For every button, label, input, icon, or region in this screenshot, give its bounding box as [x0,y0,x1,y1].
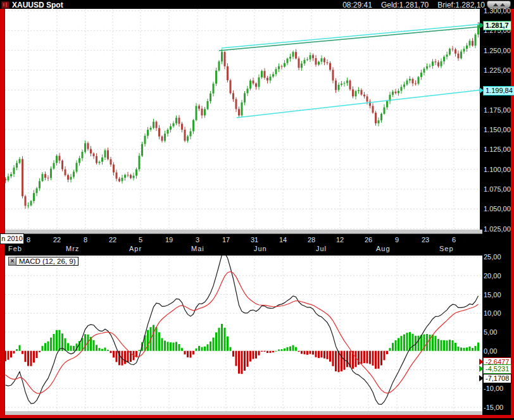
day-tick-label: 12 [333,236,347,244]
day-tick-label: 8 [78,236,92,244]
macd-tick-label: 15,00 [484,291,513,299]
arrow-right-icon [479,366,484,372]
macd-tick-label: -10,00 [484,385,513,392]
macd-tick-label: 10,00 [484,309,513,317]
price-tick-label: 1.075,00 [484,185,513,193]
window-border-left [0,8,4,416]
day-tick-label: 22 [106,236,120,244]
day-tick-label: 23 [418,236,432,244]
window-border-bottom [0,415,514,418]
month-tick-label: Mai [191,245,204,252]
day-tick-label: 22 [50,236,64,244]
month-tick-label: Apr [129,245,142,252]
close-icon[interactable]: × [8,257,16,266]
month-tick-label: Sep [439,245,454,252]
chart-icon [1,1,9,9]
price-tick-label: 1.250,00 [484,47,513,54]
trendline-price-marker: 1.199,84 [483,86,514,96]
macd-tick-label: -15,00 [484,404,513,411]
macd-value-marker: -4,5231 [483,364,511,374]
title-bar[interactable]: XAUUSD Spot 08:29:41Geld:1.281,70Brief:1… [0,0,514,9]
price-tick-label: 1.125,00 [484,145,513,153]
main-panel [5,9,480,230]
indicator-name: MACD (12, 26, 9) [16,257,78,266]
day-tick-label: 9 [390,236,404,244]
chart-canvas[interactable] [0,0,514,420]
macd-tick-label: 5,00 [484,328,513,336]
macd-value-marker: -7,1708 [483,374,511,383]
ask-text: Brief:1.282,10 [437,1,485,9]
price-tick-label: 1.175,00 [484,106,513,114]
arrow-right-icon [479,87,484,94]
clock-text: 08:29:41 [342,1,372,9]
month-tick-label: Aug [376,245,391,252]
quote-bar: 08:29:41Geld:1.281,70Brief:1.282,10 [334,1,485,9]
bid-text: Geld:1.281,70 [381,1,429,9]
month-tick-label: Feb [8,245,22,252]
price-tick-label: 1.300,00 [484,7,513,15]
price-tick-label: 1.100,00 [484,166,513,173]
last-price-marker: 1.281,7 [483,21,511,30]
day-tick-label: 17 [219,236,233,244]
day-tick-label: 14 [276,236,290,244]
price-tick-label: 1.150,00 [484,126,513,133]
day-tick-label: 28 [304,236,318,244]
price-tick-label: 1.025,00 [484,225,513,233]
panel-divider [5,230,482,234]
chevron-up-icon [500,3,505,6]
window-title: XAUUSD Spot [12,1,63,9]
month-tick-label: Jun [254,245,267,252]
arrow-right-icon [479,375,484,381]
indicator-label: × MACD (12, 26, 9) [8,257,78,266]
day-tick-label: 3 [191,236,204,244]
macd-tick-label: 25,00 [484,253,513,261]
day-tick-label: 31 [248,236,261,244]
month-tick-label: Mrz [66,245,79,252]
macd-tick-label: 0,00 [484,347,513,355]
day-tick-label: 26 [361,236,375,244]
year-box: n 2010 [0,233,24,244]
month-tick-label: Jul [316,245,327,252]
day-tick-label: 6 [447,236,461,244]
day-tick-label: 19 [162,236,176,244]
chart-window: XAUUSD Spot 08:29:41Geld:1.281,70Brief:1… [0,0,514,420]
day-tick-label: 5 [134,236,147,244]
price-tick-label: 1.225,00 [484,66,513,74]
price-tick-label: 1.050,00 [484,205,513,213]
chevron-up-icon [493,3,498,6]
macd-tick-label: 20,00 [484,272,513,280]
arrow-right-icon [479,22,484,28]
